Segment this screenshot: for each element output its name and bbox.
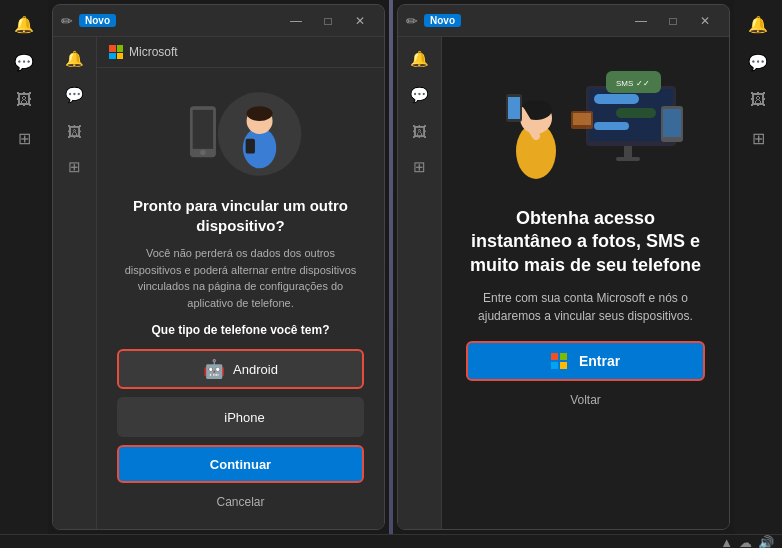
- right-sidebar-image-icon[interactable]: 🖼: [742, 84, 774, 116]
- svg-rect-20: [616, 157, 640, 161]
- continue-label: Continuar: [210, 457, 271, 472]
- right-app-sidebar-image-icon[interactable]: 🖼: [406, 117, 434, 145]
- window-separator: [389, 0, 393, 534]
- sidebar-apps-icon[interactable]: ⊞: [8, 122, 40, 154]
- voltar-button[interactable]: Voltar: [566, 389, 605, 411]
- entrar-button[interactable]: Entrar: [466, 341, 705, 381]
- sidebar-chat-icon[interactable]: 💬: [8, 46, 40, 78]
- right-title-bar: ✏ Novo — □ ✕: [398, 5, 729, 37]
- promo-panel: SMS ✓✓ Obtenha acesso instantâneo a foto…: [442, 37, 729, 529]
- edit-icon: ✏: [61, 13, 73, 29]
- svg-rect-16: [594, 94, 639, 104]
- right-sidebar-apps-icon[interactable]: ⊞: [742, 122, 774, 154]
- right-app-sidebar: 🔔 💬 🖼 ⊞: [398, 37, 442, 529]
- ms-logo: [551, 353, 567, 369]
- voltar-label: Voltar: [570, 393, 601, 407]
- ms-header-logo: [109, 45, 123, 59]
- android-option-button[interactable]: 🤖 Android: [117, 349, 364, 389]
- app-sidebar-bell-icon[interactable]: 🔔: [61, 45, 89, 73]
- left-window-content: 🔔 💬 🖼 ⊞ Microsoft: [53, 37, 384, 529]
- dialog-desc: Você não perderá os dados dos outros dis…: [117, 245, 364, 311]
- right-minimize-button[interactable]: —: [625, 9, 657, 33]
- taskbar-arrow-icon: ▲: [720, 535, 733, 548]
- right-sidebar-chat-icon[interactable]: 💬: [742, 46, 774, 78]
- right-side-panel: 🔔 💬 🖼 ⊞: [734, 0, 782, 534]
- sidebar-bell-icon[interactable]: 🔔: [8, 8, 40, 40]
- left-title-bar-left: ✏ Novo: [61, 13, 116, 29]
- left-app-sidebar: 🔔 💬 🖼 ⊞: [53, 37, 97, 529]
- left-title-badge: Novo: [79, 14, 116, 27]
- left-title-controls: — □ ✕: [280, 9, 376, 33]
- taskbar-volume-icon: 🔊: [758, 535, 774, 548]
- svg-rect-19: [624, 146, 632, 158]
- dialog-title: Pronto para vincular um outro dispositiv…: [117, 196, 364, 235]
- android-label: Android: [233, 362, 278, 377]
- maximize-button[interactable]: □: [312, 9, 344, 33]
- svg-rect-6: [192, 110, 212, 149]
- svg-rect-4: [245, 139, 254, 154]
- svg-rect-17: [616, 108, 656, 118]
- right-sidebar-bell-icon[interactable]: 🔔: [742, 8, 774, 40]
- app-sidebar-apps-icon[interactable]: ⊞: [61, 153, 89, 181]
- sidebar-image-icon[interactable]: 🖼: [8, 84, 40, 116]
- cancel-label: Cancelar: [216, 495, 264, 509]
- app-layout: 🔔 💬 🖼 ⊞ ✏ Novo — □ ✕: [0, 0, 782, 548]
- right-app-window: ✏ Novo — □ ✕ 🔔 💬 🖼 ⊞: [397, 4, 730, 530]
- svg-point-7: [200, 150, 206, 156]
- promo-desc: Entre com sua conta Microsoft e nós o aj…: [466, 289, 705, 325]
- entrar-label: Entrar: [579, 353, 620, 369]
- right-close-button[interactable]: ✕: [689, 9, 721, 33]
- right-window-content: 🔔 💬 🖼 ⊞: [398, 37, 729, 529]
- android-icon: 🤖: [203, 358, 225, 380]
- left-side-panel: 🔔 💬 🖼 ⊞: [0, 0, 48, 534]
- promo-illustration: SMS ✓✓: [466, 53, 705, 193]
- promo-svg: SMS ✓✓: [476, 56, 696, 191]
- dialog-header: Microsoft: [97, 37, 384, 68]
- iphone-label: iPhone: [224, 410, 264, 425]
- right-app-sidebar-bell-icon[interactable]: 🔔: [406, 45, 434, 73]
- dialog-header-title: Microsoft: [129, 45, 178, 59]
- right-title-bar-left: ✏ Novo: [406, 13, 461, 29]
- taskbar-cloud-icon: ☁: [739, 535, 752, 548]
- right-edit-icon: ✏: [406, 13, 418, 29]
- right-maximize-button[interactable]: □: [657, 9, 689, 33]
- right-title-controls: — □ ✕: [625, 9, 721, 33]
- right-title-badge: Novo: [424, 14, 461, 27]
- svg-text:SMS ✓✓: SMS ✓✓: [616, 79, 650, 88]
- continue-button[interactable]: Continuar: [117, 445, 364, 483]
- dialog-container: Microsoft: [97, 37, 384, 529]
- svg-rect-13: [508, 97, 520, 119]
- app-sidebar-image-icon[interactable]: 🖼: [61, 117, 89, 145]
- dialog-illustration: [176, 84, 306, 184]
- dialog-panel: Pronto para vincular um outro dispositiv…: [97, 68, 384, 529]
- close-button[interactable]: ✕: [344, 9, 376, 33]
- cancel-button[interactable]: Cancelar: [212, 491, 268, 513]
- svg-rect-18: [594, 122, 629, 130]
- minimize-button[interactable]: —: [280, 9, 312, 33]
- top-area: 🔔 💬 🖼 ⊞ ✏ Novo — □ ✕: [0, 0, 782, 534]
- svg-rect-24: [573, 113, 591, 125]
- dialog-question: Que tipo de telefone você tem?: [151, 323, 329, 337]
- taskbar: ▲ ☁ 🔊: [0, 534, 782, 548]
- svg-rect-22: [663, 109, 681, 137]
- right-app-sidebar-chat-icon[interactable]: 💬: [406, 81, 434, 109]
- app-sidebar-chat-icon[interactable]: 💬: [61, 81, 89, 109]
- illustration-svg: [176, 84, 306, 184]
- promo-title: Obtenha acesso instantâneo a fotos, SMS …: [466, 207, 705, 277]
- left-app-window: ✏ Novo — □ ✕ 🔔 💬 🖼 ⊞: [52, 4, 385, 530]
- svg-point-3: [246, 106, 272, 121]
- left-title-bar: ✏ Novo — □ ✕: [53, 5, 384, 37]
- right-app-sidebar-apps-icon[interactable]: ⊞: [406, 153, 434, 181]
- iphone-option-button[interactable]: iPhone: [117, 397, 364, 437]
